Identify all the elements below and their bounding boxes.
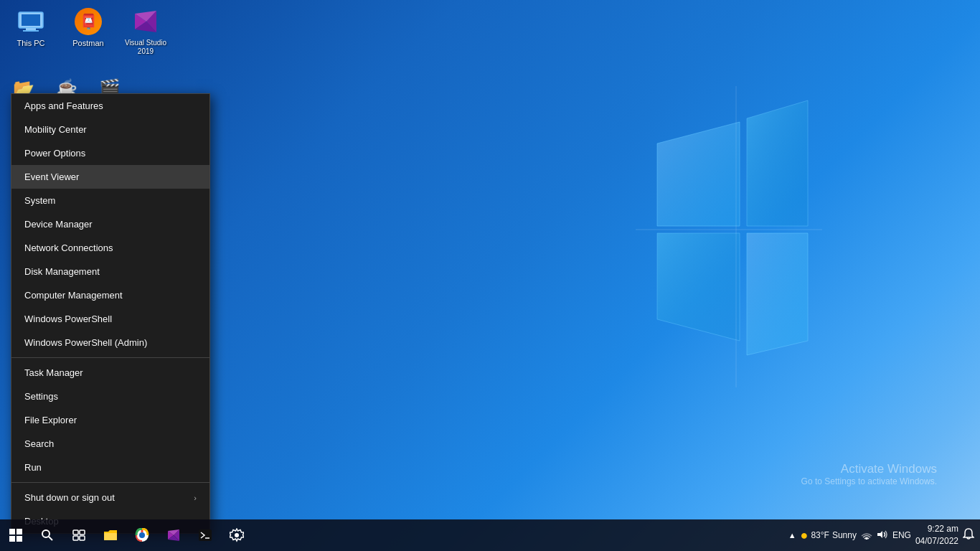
menu-item-disk-management[interactable]: Disk Management bbox=[11, 260, 209, 283]
menu-item-mobility-center[interactable]: Mobility Center bbox=[11, 118, 209, 141]
taskbar-settings[interactable] bbox=[221, 519, 253, 551]
watermark-title: Activate Windows bbox=[801, 462, 937, 476]
menu-item-shut-down[interactable]: Shut down or sign out › bbox=[11, 486, 209, 509]
taskbar-search-button[interactable] bbox=[32, 519, 63, 551]
notification-button[interactable] bbox=[963, 528, 974, 542]
svg-marker-35 bbox=[877, 531, 882, 538]
taskbar-right: ▲ ● 83°F Sunny ENG bbox=[788, 523, 980, 547]
menu-item-system[interactable]: System bbox=[11, 189, 209, 212]
context-menu: Apps and Features Mobility Center Power … bbox=[11, 93, 210, 534]
taskbar-task-view[interactable] bbox=[63, 519, 95, 551]
condition: Sunny bbox=[832, 530, 857, 540]
desktop-icons-row1: This PC 📮 Postman Visual Studio2019 bbox=[6, 7, 171, 56]
svg-rect-24 bbox=[104, 533, 117, 540]
svg-marker-2 bbox=[657, 233, 740, 341]
svg-point-33 bbox=[235, 533, 239, 537]
svg-marker-0 bbox=[657, 122, 740, 226]
svg-line-19 bbox=[49, 537, 52, 540]
watermark-subtitle: Go to Settings to activate Windows. bbox=[801, 476, 937, 486]
postman-label: Postman bbox=[72, 39, 103, 48]
menu-item-search[interactable]: Search bbox=[11, 432, 209, 456]
menu-item-task-manager[interactable]: Task Manager bbox=[11, 361, 209, 385]
tray-expand-icon[interactable]: ▲ bbox=[788, 531, 796, 540]
menu-item-windows-powershell-admin[interactable]: Windows PowerShell (Admin) bbox=[11, 331, 209, 354]
svg-point-18 bbox=[42, 530, 50, 537]
menu-item-settings[interactable]: Settings bbox=[11, 385, 209, 408]
start-button[interactable] bbox=[0, 519, 32, 551]
desktop-icon-this-pc[interactable]: This PC bbox=[6, 7, 56, 56]
taskbar-chrome[interactable] bbox=[126, 519, 158, 551]
system-tray: ▲ bbox=[788, 531, 796, 540]
windows-logo-desktop bbox=[636, 86, 822, 387]
taskbar-visual-studio[interactable] bbox=[158, 519, 189, 551]
svg-rect-7 bbox=[22, 14, 40, 26]
taskbar: ▲ ● 83°F Sunny ENG bbox=[0, 519, 980, 551]
menu-item-computer-management[interactable]: Computer Management bbox=[11, 283, 209, 307]
visual-studio-label: Visual Studio2019 bbox=[125, 39, 166, 56]
svg-rect-21 bbox=[80, 530, 85, 534]
svg-rect-22 bbox=[73, 536, 78, 540]
svg-rect-23 bbox=[80, 536, 85, 540]
postman-icon: 📮 bbox=[74, 7, 103, 36]
taskbar-time-display: 9:22 am bbox=[915, 523, 958, 535]
menu-item-apps-features[interactable]: Apps and Features bbox=[11, 94, 209, 118]
menu-item-power-options[interactable]: Power Options bbox=[11, 141, 209, 165]
svg-rect-14 bbox=[9, 529, 15, 534]
menu-divider-1 bbox=[11, 357, 209, 358]
taskbar-date-display: 04/07/2022 bbox=[915, 535, 958, 547]
network-icon[interactable] bbox=[861, 529, 872, 542]
language-indicator[interactable]: ENG bbox=[892, 530, 911, 540]
menu-item-file-explorer[interactable]: File Explorer bbox=[11, 408, 209, 432]
svg-rect-20 bbox=[73, 530, 78, 534]
menu-item-network-connections[interactable]: Network Connections bbox=[11, 236, 209, 260]
svg-rect-15 bbox=[17, 529, 22, 534]
svg-rect-8 bbox=[26, 28, 36, 30]
taskbar-file-explorer[interactable] bbox=[95, 519, 126, 551]
menu-item-run[interactable]: Run bbox=[11, 456, 209, 479]
svg-marker-1 bbox=[747, 100, 808, 226]
svg-rect-17 bbox=[17, 536, 22, 542]
desktop-icon-postman[interactable]: 📮 Postman bbox=[63, 7, 113, 56]
temperature: 83°F bbox=[811, 530, 829, 540]
volume-icon[interactable] bbox=[877, 529, 888, 542]
shut-down-arrow: › bbox=[194, 494, 197, 502]
menu-item-device-manager[interactable]: Device Manager bbox=[11, 212, 209, 236]
weather-widget[interactable]: ● 83°F Sunny bbox=[801, 528, 857, 543]
menu-item-event-viewer[interactable]: Event Viewer bbox=[11, 165, 209, 189]
svg-rect-16 bbox=[9, 536, 15, 542]
weather-icon: ● bbox=[801, 528, 809, 543]
taskbar-terminal[interactable] bbox=[189, 519, 221, 551]
svg-rect-9 bbox=[23, 30, 39, 32]
activate-windows-watermark: Activate Windows Go to Settings to activ… bbox=[801, 462, 937, 486]
svg-marker-3 bbox=[747, 233, 808, 355]
desktop-icon-vs[interactable]: Visual Studio2019 bbox=[121, 7, 171, 56]
visual-studio-icon bbox=[131, 7, 160, 36]
menu-item-windows-powershell[interactable]: Windows PowerShell bbox=[11, 307, 209, 331]
taskbar-clock[interactable]: 9:22 am 04/07/2022 bbox=[915, 523, 958, 547]
this-pc-icon bbox=[17, 7, 45, 36]
svg-point-26 bbox=[139, 532, 145, 538]
this-pc-label: This PC bbox=[17, 39, 44, 48]
menu-divider-2 bbox=[11, 482, 209, 483]
